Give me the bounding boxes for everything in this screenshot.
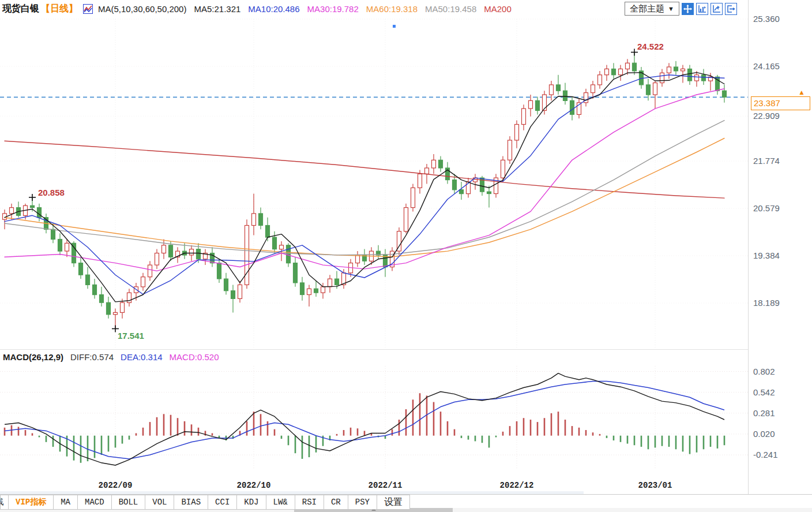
macd-header: MACD(26,12,9)DIFF:0.574DEA:0.314MACD:0.5… [3,352,219,362]
price-axis-label: 18.189 [753,298,808,308]
line-chart-icon[interactable] [83,4,93,14]
price-axis-label: 20.579 [753,203,808,213]
indicator-tab-cr[interactable]: CR [324,495,348,510]
indicator-tab-vip指标[interactable]: VIP指标 [9,495,54,510]
ma-line-ma200 [5,141,724,198]
chevron-down-icon: ▼ [668,2,674,15]
theme-dropdown-label: 全部主题 [630,2,664,15]
macd-axis-label: 0.542 [753,387,808,397]
tab-label: CR [331,498,341,507]
macd-readout: DEA:0.314 [121,352,163,362]
export-window-icon[interactable] [725,3,737,15]
ma-readout: MA30:19.782 [307,4,359,14]
date-axis: 2022/092022/102022/112022/122023/01 [0,481,748,492]
price-axis-label: 24.165 [753,61,808,71]
date-axis-label: 2022/11 [369,481,403,490]
theme-dropdown[interactable]: 全部主题 ▼ [625,2,679,16]
indicator-tab-kdj[interactable]: KDJ [237,495,266,510]
indicator-tab-boll[interactable]: BOLL [112,495,146,510]
tab-label: VOL [152,498,167,507]
symbol-name: 现货白银 [2,3,39,15]
ma-readout: MA(5,10,30,60,50,200) [98,4,186,14]
indicator-tab-bias[interactable]: BIAS [174,495,208,510]
tab-label: BOLL [119,498,138,507]
macd-readout: DIFF:0.574 [70,352,114,362]
indicator-tab-ma[interactable]: MA [54,495,78,510]
indicator-tab-macd[interactable]: MACD [78,495,112,510]
indicator-tab-vol[interactable]: VOL [145,495,174,510]
tab-label: 设置 [384,496,403,509]
current-price-tag: 23.387 [751,96,810,110]
price-axis-label: 22.909 [753,111,808,121]
macd-axis-label: 0.281 [753,408,808,418]
ma-line-ma60 [5,139,724,257]
date-axis-label: 2022/09 [99,481,133,490]
tab-label: RSI [302,498,317,507]
indicator-tab-bar: 线VIP指标MAMACDBOLLVOLBIASCCIKDJLW&RSICRPSY… [0,495,410,510]
price-annotation: 20.858 [38,188,65,197]
tab-label: CCI [215,498,230,507]
price-axis-label: 25.360 [753,14,808,24]
macd-axis-label: 0.020 [753,429,808,439]
ma-readout: MA10:20.486 [248,4,299,14]
ma-line-ma5 [5,73,724,302]
ma-readout: MA60:19.318 [366,4,418,14]
price-axis-label: 19.384 [753,251,808,260]
ma-readouts: MA(5,10,30,60,50,200)MA5:21.321MA10:20.4… [98,4,512,14]
chart-scale-left-icon[interactable] [696,3,708,15]
indicator-tab-设置[interactable]: 设置 [377,495,410,510]
price-up-arrow-icon: ▲ [798,89,805,96]
chart-header: 现货白银 【日线】 MA(5,10,30,60,50,200)MA5:21.32… [2,2,512,16]
indicator-tab-psy[interactable]: PSY [348,495,377,510]
dea-line [5,382,724,459]
trading-app-window: 现货白银 【日线】 MA(5,10,30,60,50,200)MA5:21.32… [0,0,812,512]
chart-bottom-strip [0,491,584,494]
tab-label: BIAS [181,498,201,507]
ma-readout: MA200 [484,4,512,14]
tab-label: VIP指标 [16,497,46,507]
tab-label: PSY [355,498,370,507]
ma-readout: MA5:21.321 [194,4,240,14]
pan-move-icon[interactable] [682,3,694,15]
tab-label: KDJ [244,498,258,507]
indicator-tab-lw[interactable]: LW& [266,495,295,510]
diff-line [5,373,724,465]
tab-label: 线 [0,497,4,507]
candlestick-layer [3,53,727,329]
tab-label: MACD [85,498,104,507]
price-annotation: 24.522 [637,42,664,51]
macd-histogram [5,393,724,463]
tab-label: MA [61,498,70,507]
chart-canvas[interactable] [0,0,812,512]
date-axis-label: 2022/12 [500,481,534,490]
indicator-tab-rsi[interactable]: RSI [295,495,324,510]
ma-readout: MA50:19.458 [425,4,476,14]
top-toolbar: 全部主题 ▼ [625,2,737,16]
macd-axis-label: -0.241 [753,450,808,459]
chart-scale-right-icon[interactable] [710,3,723,15]
indicator-tab-线[interactable]: 线 [0,495,9,510]
blue-dot-marker [393,25,396,28]
macd-readout: MACD(26,12,9) [3,352,63,362]
date-axis-label: 2022/10 [237,481,271,490]
tab-label: LW& [273,498,288,507]
indicator-tab-cci[interactable]: CCI [208,495,237,510]
ma-line-ma50 [5,121,724,255]
date-axis-label: 2023/01 [638,481,672,490]
period-label: 【日线】 [41,3,78,15]
macd-readout: MACD:0.520 [170,352,219,362]
price-annotation: 17.541 [118,331,144,341]
macd-axis-label: 0.802 [753,367,808,376]
price-axis-label: 21.774 [753,156,808,166]
